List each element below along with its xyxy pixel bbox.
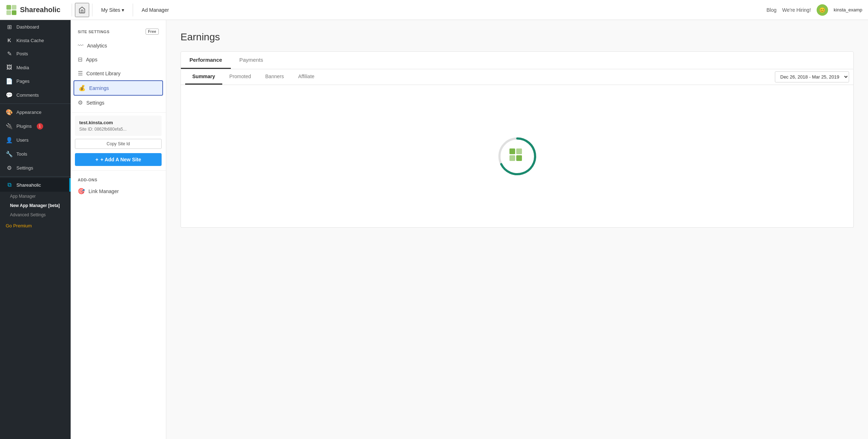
sidebar-item-posts[interactable]: ✎ Posts — [0, 47, 71, 61]
posts-icon: ✎ — [6, 50, 13, 57]
nav-divider-2 — [92, 4, 92, 16]
sidebar-item-users[interactable]: 👤 Users — [0, 133, 71, 147]
top-nav-right: Blog We're Hiring! 😊 kinsta_examp — [767, 4, 862, 16]
top-nav: Shareaholic My Sites ▾ Ad Manager Blog W… — [0, 0, 868, 20]
nav-divider-3 — [133, 4, 133, 16]
svg-rect-2 — [6, 10, 11, 15]
date-range-select[interactable]: Dec 26, 2018 - Mar 25, 2019 — [775, 71, 849, 82]
logo[interactable]: Shareaholic — [6, 4, 60, 16]
sidebar-item-media[interactable]: 🖼 Media — [0, 61, 71, 74]
sidebar-item-dashboard[interactable]: ⊞ Dashboard — [0, 20, 71, 34]
sh-settings-icon: ⚙ — [78, 99, 83, 106]
main-layout: ⊞ Dashboard K Kinsta Cache ✎ Posts 🖼 Med… — [0, 20, 868, 439]
addons-header: ADD-ONS — [71, 173, 166, 184]
add-new-site-button[interactable]: + + Add A New Site — [75, 153, 162, 166]
site-id-row: Site ID: 0862fb680efa5... — [79, 127, 157, 132]
svg-rect-0 — [6, 5, 11, 10]
user-avatar[interactable]: 😊 — [817, 4, 828, 16]
sidebar-item-comments[interactable]: 💬 Comments — [0, 88, 71, 102]
sidebar-sub-advanced-settings[interactable]: Advanced Settings — [0, 210, 71, 220]
hiring-link[interactable]: We're Hiring! — [782, 7, 811, 13]
content-area: SITE SETTINGS Free 〰 Analytics ⊟ Apps ☰ … — [71, 20, 868, 439]
site-settings-header: SITE SETTINGS Free — [71, 26, 166, 39]
plugins-badge: 1 — [37, 123, 43, 130]
wp-sidebar-sep-1 — [0, 104, 71, 104]
sh-sidebar-settings[interactable]: ⚙ Settings — [71, 96, 166, 110]
sidebar-item-shareaholic[interactable]: ⧉ Shareaholic — [0, 178, 71, 192]
content-library-icon: ☰ — [78, 70, 83, 77]
wp-sidebar: ⊞ Dashboard K Kinsta Cache ✎ Posts 🖼 Med… — [0, 20, 71, 439]
analytics-icon: 〰 — [78, 42, 83, 49]
link-manager-icon: 🎯 — [78, 188, 85, 195]
svg-rect-6 — [516, 148, 522, 154]
sidebar-sub-new-app-manager[interactable]: New App Manager [beta] — [0, 201, 71, 210]
subtab-summary[interactable]: Summary — [185, 69, 222, 85]
sh-sidebar-earnings[interactable]: 💰 Earnings — [73, 80, 163, 96]
shareaholic-sidebar-icon: ⧉ — [6, 182, 13, 188]
chevron-down-icon: ▾ — [122, 7, 124, 13]
logo-text: Shareaholic — [20, 6, 60, 14]
tab-payments[interactable]: Payments — [231, 52, 272, 69]
avatar-emoji: 😊 — [819, 7, 825, 13]
home-icon — [78, 6, 86, 14]
svg-rect-1 — [12, 5, 16, 10]
sh-sidebar-link-manager[interactable]: 🎯 Link Manager — [71, 184, 166, 198]
media-icon: 🖼 — [6, 64, 13, 71]
sidebar-item-tools[interactable]: 🔧 Tools — [0, 147, 71, 161]
home-button[interactable] — [75, 3, 89, 17]
my-sites-button[interactable]: My Sites ▾ — [95, 4, 130, 16]
sidebar-sub-app-manager[interactable]: App Manager — [0, 192, 71, 201]
earnings-icon: 💰 — [78, 85, 86, 91]
shareaholic-spinner — [496, 135, 539, 178]
sh-sidebar-divider-2 — [71, 170, 166, 171]
subtab-banners[interactable]: Banners — [258, 69, 291, 85]
shareaholic-logo-icon — [6, 4, 17, 16]
tools-icon: 🔧 — [6, 151, 13, 157]
shareaholic-sidebar: SITE SETTINGS Free 〰 Analytics ⊟ Apps ☰ … — [71, 20, 166, 439]
wp-sidebar-sep-2 — [0, 176, 71, 177]
username-label: kinsta_examp — [834, 7, 862, 12]
nav-divider-1 — [72, 4, 72, 16]
sidebar-item-plugins[interactable]: 🔌 Plugins 1 — [0, 119, 71, 133]
sh-sidebar-analytics[interactable]: 〰 Analytics — [71, 39, 166, 52]
page-title: Earnings — [181, 31, 854, 43]
subtab-affiliate[interactable]: Affiliate — [291, 69, 322, 85]
go-premium-link[interactable]: Go Premium — [0, 220, 71, 232]
sub-tab-bar: Summary Promoted Banners Affiliate Dec 2… — [181, 69, 854, 85]
loading-area — [181, 85, 854, 228]
free-badge: Free — [146, 29, 159, 35]
sidebar-item-kinsta-cache[interactable]: K Kinsta Cache — [0, 34, 71, 47]
comments-icon: 💬 — [6, 92, 13, 99]
dashboard-icon: ⊞ — [6, 24, 13, 30]
sidebar-item-settings[interactable]: ⚙ Settings — [0, 161, 71, 175]
copy-site-id-button[interactable]: Copy Site Id — [75, 139, 162, 149]
apps-icon: ⊟ — [78, 56, 82, 63]
svg-rect-7 — [509, 155, 515, 161]
site-name: test.kinsta.com — [79, 120, 157, 125]
sh-sidebar-divider-1 — [71, 112, 166, 113]
appearance-icon: 🎨 — [6, 109, 13, 116]
svg-rect-8 — [516, 155, 522, 161]
svg-rect-5 — [509, 148, 515, 154]
ad-manager-button[interactable]: Ad Manager — [136, 4, 174, 16]
blog-link[interactable]: Blog — [767, 7, 777, 13]
pages-icon: 📄 — [6, 78, 13, 85]
plus-icon: + — [95, 157, 98, 162]
sh-sidebar-content-library[interactable]: ☰ Content Library — [71, 66, 166, 80]
site-info-box: test.kinsta.com Site ID: 0862fb680efa5..… — [75, 116, 162, 136]
kinsta-icon: K — [6, 37, 13, 43]
svg-rect-3 — [12, 10, 16, 15]
subtab-promoted[interactable]: Promoted — [222, 69, 258, 85]
sh-sidebar-apps[interactable]: ⊟ Apps — [71, 52, 166, 66]
sidebar-item-appearance[interactable]: 🎨 Appearance — [0, 105, 71, 119]
performance-tab-bar: Performance Payments — [181, 51, 854, 69]
users-icon: 👤 — [6, 137, 13, 143]
tab-performance[interactable]: Performance — [181, 52, 231, 69]
main-content: Earnings Performance Payments Summary Pr… — [166, 20, 868, 439]
sidebar-item-pages[interactable]: 📄 Pages — [0, 74, 71, 88]
plugins-icon: 🔌 — [6, 123, 13, 130]
settings-icon: ⚙ — [6, 165, 13, 171]
